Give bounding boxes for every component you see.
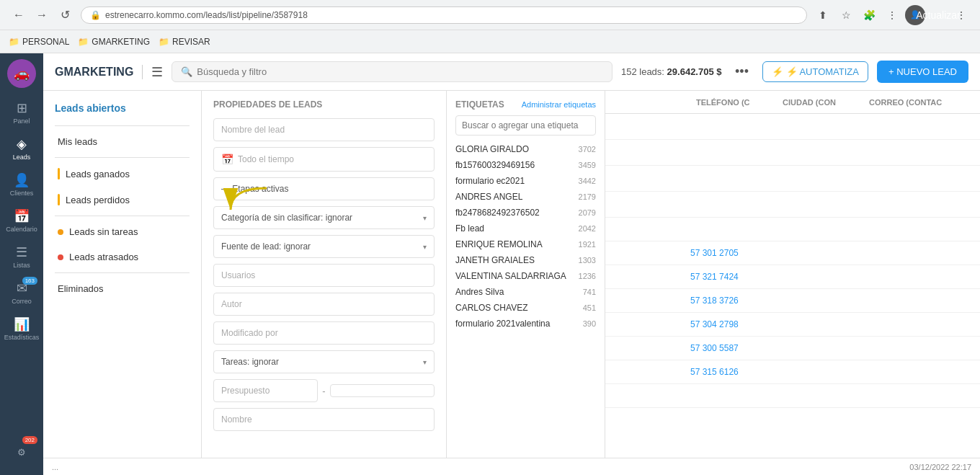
filter-item-leads-perdidos[interactable]: Leads perdidos xyxy=(43,187,201,213)
tag-item[interactable]: fb2478682492376502 2079 xyxy=(455,205,596,221)
prop-field-modified-by[interactable]: Modificado por xyxy=(213,321,435,345)
browser-more-button[interactable]: ⋮ xyxy=(951,5,971,25)
stages-field-placeholder: — Etapas activas xyxy=(221,184,288,194)
automate-button[interactable]: ⚡ ⚡ AUTOMATIZA xyxy=(762,61,868,82)
author-field-placeholder: Autor xyxy=(221,299,242,309)
budget-from-field[interactable]: Presupuesto xyxy=(213,379,318,402)
sidebar-item-label-listas: Listas xyxy=(13,262,30,269)
bottom-badge: 202 xyxy=(22,436,37,444)
sidebar-item-correo[interactable]: ✉ Correo 163 xyxy=(4,275,39,310)
sidebar-item-estadisticas[interactable]: 📊 Estadísticas xyxy=(4,311,39,346)
leads-icon: ◈ xyxy=(17,136,27,152)
users-field-placeholder: Usuarios xyxy=(221,270,255,280)
more-options-button[interactable]: ••• xyxy=(731,61,754,84)
prop-select-tasks[interactable]: Tareas: ignorar ▾ xyxy=(213,350,435,373)
nombre-field-placeholder: Nombre xyxy=(221,414,252,425)
admin-tags-link[interactable]: Administrar etiquetas xyxy=(522,100,596,109)
sidebar-item-clientes[interactable]: 👤 Clientes xyxy=(4,167,39,202)
tag-count: 3459 xyxy=(579,161,596,169)
tag-item[interactable]: ENRIQUE REMOLINA 1921 xyxy=(455,236,596,252)
tag-name: Fb lead xyxy=(455,223,484,234)
profile-menu-button[interactable]: ⋮ xyxy=(882,5,902,25)
tag-item[interactable]: formulario ec2021 3442 xyxy=(455,173,596,189)
tag-name: GLORIA GIRALDO xyxy=(455,144,529,154)
yellow-bar-icon-2 xyxy=(58,194,60,205)
status-dots: ... xyxy=(52,463,58,471)
filter-divider-1 xyxy=(55,125,190,126)
panel-icon: ⊞ xyxy=(17,100,27,116)
filter-item-sin-tareas[interactable]: Leads sin tareas xyxy=(43,219,201,244)
prop-select-source[interactable]: Fuente de lead: ignorar ▾ xyxy=(213,235,435,258)
tag-item[interactable]: Fb lead 2042 xyxy=(455,221,596,236)
prop-field-name[interactable]: Nombre del lead xyxy=(213,118,435,141)
bookmark-button[interactable]: ☆ xyxy=(836,5,856,25)
share-button[interactable]: ⬆ xyxy=(813,5,833,25)
bookmark-gmarketing[interactable]: 📁 GMARKETING xyxy=(78,37,150,47)
tag-name: fb2478682492376502 xyxy=(455,208,540,218)
folder-icon: 📁 xyxy=(9,37,19,47)
bookmarks-bar: 📁 PERSONAL 📁 GMARKETING 📁 REVISAR xyxy=(0,30,980,53)
tag-search-input[interactable] xyxy=(455,115,596,136)
filter-item-label-atrasados: Leads atrasados xyxy=(69,252,138,262)
tag-item[interactable]: VALENTINA SALDARRIAGA 1236 xyxy=(455,268,596,284)
url-text: estrenecarro.kommo.com/leads/list/pipeli… xyxy=(105,10,308,20)
new-lead-button[interactable]: + NUEVO LEAD xyxy=(877,61,968,83)
user-avatar[interactable]: 🚗 xyxy=(7,59,36,88)
sidebar-item-panel[interactable]: ⊞ Panel xyxy=(4,95,39,130)
yellow-bar-icon xyxy=(58,168,60,179)
search-input[interactable] xyxy=(197,66,603,77)
listas-icon: ☰ xyxy=(16,244,27,260)
prop-field-author[interactable]: Autor xyxy=(213,293,435,316)
settings-icon: ⚙ xyxy=(17,447,26,458)
source-select-value: Fuente de lead: ignorar xyxy=(221,241,311,252)
tag-count: 451 xyxy=(583,303,596,312)
header-city: CIUDAD (CON xyxy=(777,98,863,107)
sidebar-item-label-correo: Correo xyxy=(12,298,32,305)
budget-to-field[interactable] xyxy=(330,384,435,397)
tag-count: 1921 xyxy=(579,240,596,249)
browser-nav[interactable]: ← → ↺ xyxy=(9,5,75,25)
tag-item[interactable]: JANETH GRAIALES 1303 xyxy=(455,252,596,268)
filter-item-leads-ganados[interactable]: Leads ganados xyxy=(43,161,201,187)
filter-item-mis-leads[interactable]: Mis leads xyxy=(43,129,201,154)
top-bar: GMARKETING ☰ 🔍 152 leads: 29.642.705 $ •… xyxy=(43,53,980,91)
prop-field-users[interactable]: Usuarios xyxy=(213,264,435,287)
refresh-button[interactable]: ↺ xyxy=(55,5,75,25)
prop-field-stages[interactable]: — Etapas activas xyxy=(213,177,435,200)
tag-item[interactable]: formulario 2021valentina 390 xyxy=(455,316,596,332)
filter-item-atrasados[interactable]: Leads atrasados xyxy=(43,244,201,270)
prop-select-category[interactable]: Categoría de sin clasificar: ignorar ▾ xyxy=(213,206,435,229)
tag-item[interactable]: GLORIA GIRALDO 3702 xyxy=(455,141,596,157)
bookmark-personal[interactable]: 📁 PERSONAL xyxy=(9,37,69,47)
bookmark-label: PERSONAL xyxy=(22,37,69,47)
tag-item[interactable]: Andres Silva 741 xyxy=(455,284,596,300)
filter-item-label-leads-perdidos: Leads perdidos xyxy=(66,195,130,205)
tag-item[interactable]: CARLOS CHAVEZ 451 xyxy=(455,300,596,316)
sidebar-item-label-calendario: Calendario xyxy=(6,226,37,233)
update-button[interactable]: Actualizar xyxy=(928,5,948,25)
bookmark-revisar[interactable]: 📁 REVISAR xyxy=(159,37,210,47)
back-button[interactable]: ← xyxy=(9,5,29,25)
sidebar-item-leads[interactable]: ◈ Leads xyxy=(4,131,39,166)
tag-count: 741 xyxy=(583,288,596,296)
tag-item[interactable]: fb157600329469156 3459 xyxy=(455,157,596,173)
prop-field-date[interactable]: 📅 Todo el tiempo xyxy=(213,147,435,172)
tag-name: ENRIQUE REMOLINA xyxy=(455,239,543,249)
tag-name: Andres Silva xyxy=(455,287,504,297)
extension-button[interactable]: 🧩 xyxy=(859,5,879,25)
search-bar-container[interactable]: 🔍 xyxy=(172,61,612,82)
leads-count: 152 leads: 29.642.705 $ xyxy=(621,66,722,77)
row-phone: 57 301 2705 xyxy=(690,248,777,258)
sidebar-item-calendario[interactable]: 📅 Calendario xyxy=(4,203,39,238)
prop-field-nombre[interactable]: Nombre xyxy=(213,408,435,431)
url-bar[interactable]: 🔒 estrenecarro.kommo.com/leads/list/pipe… xyxy=(81,6,807,24)
filter-item-eliminados[interactable]: Eliminados xyxy=(43,276,201,301)
tasks-select-value: Tareas: ignorar xyxy=(221,357,279,367)
sidebar-bottom: ⚙ 202 xyxy=(4,435,39,469)
correo-badge: 163 xyxy=(22,277,37,285)
sidebar-item-listas[interactable]: ☰ Listas xyxy=(4,239,39,274)
hamburger-button[interactable]: ☰ xyxy=(151,64,163,80)
forward-button[interactable]: → xyxy=(32,5,52,25)
sidebar-bottom-item[interactable]: ⚙ 202 xyxy=(4,435,39,469)
tag-item[interactable]: ANDRES ANGEL 2179 xyxy=(455,189,596,205)
